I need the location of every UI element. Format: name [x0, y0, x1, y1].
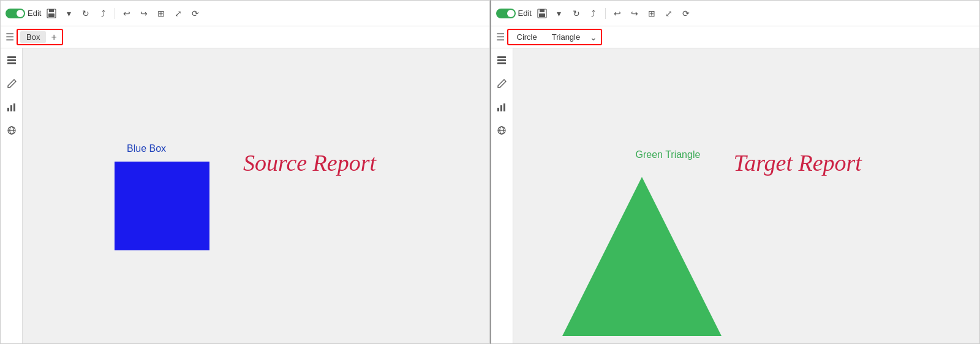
target-expand-icon[interactable]: ⤢ — [662, 7, 676, 20]
target-side-pages[interactable] — [494, 53, 509, 68]
svg-rect-7 — [10, 105, 12, 111]
target-toggle-thumb — [507, 10, 514, 17]
source-refresh-icon[interactable]: ↻ — [79, 7, 92, 20]
blue-box-shape — [115, 162, 209, 250]
target-tab-more[interactable]: ⌄ — [589, 32, 598, 42]
target-refresh-icon[interactable]: ↻ — [570, 7, 583, 20]
source-expand-icon[interactable]: ⤢ — [172, 7, 185, 20]
svg-rect-3 — [7, 56, 16, 58]
green-triangle-label: Green Triangle — [636, 149, 701, 160]
source-redo-icon[interactable]: ↪ — [137, 7, 151, 20]
source-canvas: Blue Box Source Report — [23, 48, 489, 343]
target-report-title: Target Report — [734, 149, 862, 176]
target-content-area: Green Triangle Target Report — [491, 48, 980, 343]
toggle-track — [6, 9, 25, 18]
source-tab-box[interactable]: Box — [20, 31, 46, 43]
target-side-icons — [491, 48, 513, 343]
source-reset-icon[interactable]: ⟳ — [189, 7, 202, 20]
target-tabs-container: Circle Triangle ⌄ — [507, 29, 603, 45]
target-toolbar-sep1 — [605, 8, 606, 19]
target-reset-icon[interactable]: ⟳ — [679, 7, 693, 20]
source-edit-label: Edit — [28, 9, 41, 18]
target-canvas: Green Triangle Target Report — [513, 48, 980, 343]
source-report-title: Source Report — [243, 149, 376, 176]
source-side-chart[interactable] — [4, 100, 19, 114]
target-tab-circle[interactable]: Circle — [511, 31, 543, 43]
svg-rect-15 — [497, 56, 506, 58]
source-side-link[interactable] — [4, 123, 19, 138]
target-edit-toggle[interactable]: Edit — [496, 9, 532, 18]
source-toolbar: Edit ▾ ↻ ⤴ ↩ ↪ ⊞ ⤢ ⟳ — [1, 1, 489, 26]
target-edit-label: Edit — [518, 9, 532, 18]
svg-rect-1 — [49, 9, 54, 12]
source-tab-bar: ☰ Box + — [1, 26, 489, 48]
source-dropdown-icon[interactable]: ▾ — [62, 7, 75, 20]
source-content-area: Blue Box Source Report — [1, 48, 489, 343]
green-triangle-shape — [562, 171, 722, 342]
svg-rect-20 — [503, 103, 505, 111]
svg-rect-2 — [48, 13, 55, 17]
target-panel: Edit ▾ ↻ ⤴ ↩ ↪ ⊞ ⤢ ⟳ ☰ Circle Triangle ⌄ — [490, 0, 981, 344]
blue-box-label: Blue Box — [127, 143, 166, 154]
target-pages-icon[interactable]: ☰ — [496, 31, 505, 43]
source-share-icon[interactable]: ⤴ — [96, 7, 110, 20]
source-save-icon[interactable] — [45, 7, 58, 20]
target-side-chart[interactable] — [494, 100, 509, 114]
source-tab-add[interactable]: + — [48, 32, 59, 43]
svg-rect-4 — [7, 59, 16, 61]
svg-rect-6 — [7, 108, 9, 111]
source-panel: Edit ▾ ↻ ⤴ ↩ ↪ ⊞ ⤢ ⟳ ☰ Box + — [0, 0, 490, 344]
target-undo-icon[interactable]: ↩ — [611, 7, 624, 20]
svg-rect-5 — [7, 62, 16, 64]
source-side-pencil[interactable] — [4, 77, 19, 91]
target-grid-icon[interactable]: ⊞ — [645, 7, 658, 20]
source-side-icons — [1, 48, 23, 343]
target-share-icon[interactable]: ⤴ — [587, 7, 600, 20]
target-tab-triangle[interactable]: Triangle — [546, 31, 586, 43]
target-redo-icon[interactable]: ↪ — [628, 7, 641, 20]
svg-rect-18 — [497, 108, 499, 111]
svg-rect-17 — [497, 62, 506, 64]
source-grid-icon[interactable]: ⊞ — [154, 7, 168, 20]
target-side-pencil[interactable] — [494, 77, 509, 91]
target-tab-bar: ☰ Circle Triangle ⌄ — [491, 26, 980, 48]
target-save-icon[interactable] — [535, 7, 549, 20]
svg-rect-14 — [539, 13, 545, 17]
target-dropdown-icon[interactable]: ▾ — [552, 7, 566, 20]
source-tabs-container: Box + — [17, 29, 63, 45]
target-side-link[interactable] — [494, 123, 509, 138]
source-edit-toggle[interactable]: Edit — [6, 9, 41, 18]
svg-rect-13 — [540, 9, 545, 12]
source-side-pages[interactable] — [4, 53, 19, 68]
source-toolbar-sep1 — [115, 8, 115, 19]
toggle-thumb — [17, 10, 24, 17]
target-toolbar: Edit ▾ ↻ ⤴ ↩ ↪ ⊞ ⤢ ⟳ — [491, 1, 980, 26]
source-undo-icon[interactable]: ↩ — [120, 7, 134, 20]
svg-rect-16 — [497, 59, 506, 61]
svg-rect-8 — [13, 103, 15, 111]
target-toggle-track — [496, 9, 516, 18]
svg-rect-19 — [500, 105, 502, 111]
source-pages-icon[interactable]: ☰ — [6, 31, 14, 43]
svg-marker-24 — [562, 177, 722, 336]
